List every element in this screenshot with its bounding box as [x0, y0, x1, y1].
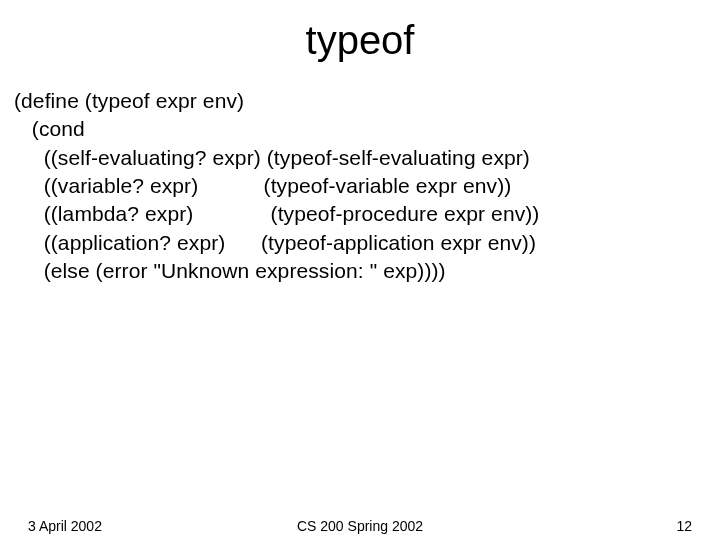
code-line-4: ((variable? expr) (typeof-variable expr …: [14, 174, 511, 197]
slide-title: typeof: [0, 0, 720, 73]
code-line-5: ((lambda? expr) (typeof-procedure expr e…: [14, 202, 539, 225]
code-block: (define (typeof expr env) (cond ((self-e…: [0, 73, 720, 285]
footer-course: CS 200 Spring 2002: [0, 518, 720, 534]
code-line-1: (define (typeof expr env): [14, 89, 244, 112]
code-line-6: ((application? expr) (typeof-application…: [14, 231, 536, 254]
code-line-7: (else (error "Unknown expression: " exp)…: [14, 259, 446, 282]
footer-page: 12: [676, 518, 692, 534]
code-line-3: ((self-evaluating? expr) (typeof-self-ev…: [14, 146, 530, 169]
code-line-2: (cond: [14, 117, 85, 140]
slide: typeof (define (typeof expr env) (cond (…: [0, 0, 720, 540]
